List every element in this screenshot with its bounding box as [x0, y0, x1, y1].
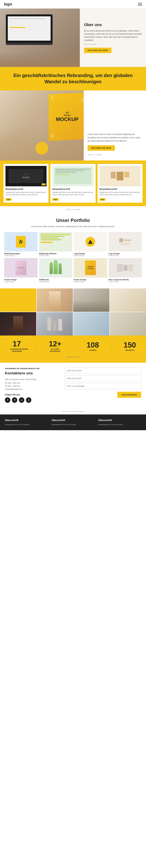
footer-col-2-title: Überschrift [98, 419, 141, 422]
rebranding-heading-section: Ein geschäftskritisches Rebranding, um d… [0, 67, 146, 90]
footer-col-2-body: Beispieltexten für eine Fußzeile [98, 423, 141, 426]
hero-image [0, 8, 80, 67]
stat-label-1: 6P JAHRE ERFAHRUNG [48, 348, 62, 353]
rebranding-heading: Ein geschäftskritisches Rebranding, um d… [8, 72, 138, 85]
portfolio-card-2: Beispielüberschrift Sample link Click to… [51, 164, 95, 203]
stat-item-1: 12+ 6P JAHRE ERFAHRUNG [48, 340, 62, 353]
instagram-icon: ◎ [21, 399, 23, 401]
subscribe-button[interactable]: EINSCHREIBEN [117, 392, 141, 398]
facebook-icon: f [7, 399, 8, 401]
portfolio-item-3-label: Logo Design [109, 252, 142, 255]
hamburger-menu[interactable] [138, 3, 142, 6]
stat-label-0: AUSGEZEICHNUNGEN GEWONNEN [10, 348, 24, 353]
portfolio-subtitle: Lorem ipsum dolor sit amet, consectetur … [26, 225, 120, 228]
footer: Überschrift Beispieltexten für eine Fußz… [0, 414, 146, 430]
stat-item-0: 17 AUSGEZEICHNUNGEN GEWONNEN [10, 340, 24, 353]
portfolio-item-1-category: Grafik-Design [39, 255, 72, 256]
card-1-image: mockup design [5, 166, 47, 186]
portfolio-item-3[interactable]: Logo Design Grafik-Design [109, 232, 142, 256]
social-icon-li[interactable]: in [26, 397, 31, 403]
linkedin-icon: in [28, 399, 29, 401]
photo-cell-7 [73, 312, 109, 336]
contact-left: ABONNIEREN SIE UNSEREN NEWSLETTER Kontak… [5, 368, 60, 403]
hero-description: Bu es einem gemeinsam Qual ist es uns ge… [84, 29, 142, 42]
mockup-number-badge-1: 1 [51, 94, 54, 100]
card-2-text: Sample link Click to enter link text cli… [52, 191, 93, 196]
social-icon-fb[interactable]: f [5, 397, 10, 403]
stat-number-3: 150 [124, 341, 136, 349]
mockup-number-badge-2: 2 [81, 97, 84, 103]
contact-name-input[interactable] [65, 368, 141, 374]
navbar: logo [0, 0, 146, 8]
social-icon-tw[interactable]: ✕ [12, 397, 17, 403]
rebranding-cta-button[interactable]: ERFAHREN SIE MEHR [88, 145, 115, 151]
photo-grid-section [0, 288, 146, 336]
portfolio-item-5[interactable]: Saftflasche Grafik-Design [39, 258, 72, 283]
portfolio-item-7[interactable]: Eine Corporate Identity Grafik-Design [109, 258, 142, 283]
portfolio-item-1[interactable]: Webdesign-Website Grafik-Design [39, 232, 72, 256]
portfolio-item-1-image [39, 232, 72, 251]
portfolio-item-7-category: Grafik-Design [109, 281, 142, 283]
rebranding-image-area: 1 2 3 A4 design MOCKUP [0, 90, 84, 160]
portfolio-item-4[interactable]: POSTER Poster Design Grafik-Design [4, 258, 37, 283]
portfolio-item-6-label: Poster Design [74, 279, 107, 281]
portfolio-card-1: mockup design Beispielüberschrift Sample… [3, 164, 49, 203]
social-icons-row: f ✕ ◎ in [5, 397, 60, 403]
card-1-text: Sample link Click to enter link text cli… [5, 191, 47, 196]
portfolio-cards-section: mockup design Beispielüberschrift Sample… [0, 160, 146, 206]
portfolio-item-0-image: b [4, 232, 37, 251]
stat-number-1: 12+ [48, 340, 62, 348]
footer-col-1-title: Überschrift [52, 419, 94, 422]
portfolio-item-2[interactable]: Logo Design Grafik-Design [74, 232, 107, 256]
contact-phone1: Tel: 908 - 2020 Fax: [5, 381, 60, 384]
card-1-title: Beispielüberschrift [5, 188, 47, 190]
mockup-number-badge-3: 3 [51, 133, 54, 139]
card-2-tag: logo [52, 198, 58, 201]
social-icon-ig[interactable]: ◎ [19, 397, 24, 403]
copyright-text: ©2024 Datenschutzerklärung [62, 410, 85, 412]
newsletter-label: ABONNIEREN SIE UNSEREN NEWSLETTER [5, 368, 60, 370]
copyright-bar: ©2024 Datenschutzerklärung [0, 408, 146, 414]
stat-label-2: KUNDEN [87, 349, 99, 352]
social-label: Folgen Sie uns [5, 394, 60, 396]
hero-title: Über uns [84, 22, 142, 27]
portfolio-item-0[interactable]: b Markenkampagne Grafik-Design [4, 232, 37, 256]
hero-section: Über uns Bu es einem gemeinsam Qual ist … [0, 8, 146, 67]
mockup-main-label: MOCKUP [56, 116, 79, 122]
photo-cell-2 [37, 288, 73, 312]
footer-col-2: Überschrift Beispieltexten für eine Fußz… [98, 419, 141, 426]
photo-cell-5 [0, 312, 36, 336]
contact-message-input[interactable] [65, 383, 141, 389]
contact-address: 3045 10 Sunrise Avenue, STE 610 (FIN) [5, 378, 60, 381]
hero-cta-button[interactable]: ERFAHREN SIE MEHR [84, 48, 111, 53]
portfolio-item-6[interactable]: DESIGNPOSTER Poster Design Grafik-Design [74, 258, 107, 283]
portfolio-item-2-label: Logo Design [74, 252, 107, 255]
contact-email-input[interactable] [65, 375, 141, 381]
cards-credit: Bilder von Freepik [66, 209, 80, 211]
contact-title: Kontaktiere uns [5, 371, 60, 375]
portfolio-item-4-category: Grafik-Design [4, 281, 37, 283]
contact-phone2: Tel: 908 - 2030 Fax: [5, 385, 60, 388]
twitter-icon: ✕ [14, 399, 16, 401]
hero-img-credit: Bild von Freepik [84, 43, 142, 45]
card-3-text: Sample link Click to enter link text cli… [99, 191, 141, 196]
stat-number-2: 108 [87, 341, 99, 349]
portfolio-item-7-label: Eine Corporate Identity [109, 279, 142, 281]
hero-text-panel: Über uns Bu es einem gemeinsam Qual ist … [80, 8, 146, 67]
cards-img-credit-bar: Bilder von Freepik [0, 206, 146, 212]
yellow-circle-deco [36, 142, 48, 155]
mockup-a4-label: A4 [66, 111, 68, 114]
footer-col-0-title: Überschrift [5, 419, 48, 422]
rebranding-body-text: Lorem ipsum dolor sit amet, consectetur … [88, 133, 142, 143]
photo-cell-6 [37, 312, 73, 336]
portfolio-item-3-image [109, 232, 142, 251]
footer-col-1: Überschrift Beispieltexten für eine Fußz… [52, 419, 94, 426]
portfolio-section: Unser Portfolio Lorem ipsum dolor sit am… [0, 212, 146, 288]
card-3-title: Beispielüberschrift [99, 188, 141, 190]
photo-cell-8 [110, 312, 146, 336]
hamburger-line [138, 4, 142, 4]
stat-item-2: 108 KUNDEN [87, 341, 99, 352]
nav-logo[interactable]: logo [4, 2, 12, 6]
hamburger-line [138, 3, 142, 3]
card-2-title: Beispielüberschrift [52, 188, 93, 190]
